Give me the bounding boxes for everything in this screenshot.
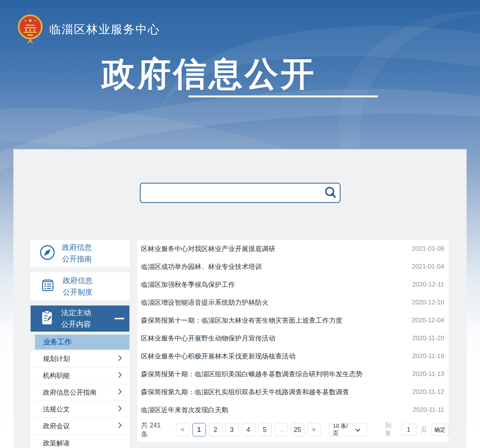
news-title: 森保简报第十期：临淄区组织美国白蛾越冬基数调查综合研判明年发生态势 — [141, 370, 363, 379]
news-row[interactable]: 森保简报第九期：临淄区扎实组织双条杉天牛线路调查和越冬基数调查 2020-11-… — [137, 383, 449, 401]
news-date: 2021-01-04 — [412, 263, 444, 270]
active-item-label: 业务工作 — [43, 337, 72, 347]
submenu-item-info-guide[interactable]: 政府信息公开指南 — [31, 384, 129, 401]
news-title: 临淄区增设智能语音提示系统助力护林防火 — [141, 298, 269, 307]
page-button-1[interactable]: 1 — [192, 423, 206, 436]
news-date: 2020-12-10 — [412, 299, 444, 306]
svg-text:★: ★ — [34, 19, 36, 22]
chevron-down-icon — [355, 427, 360, 433]
total-count: 共 241 条 — [141, 421, 169, 439]
news-date: 2020-11-18 — [412, 353, 444, 360]
search-icon — [323, 185, 337, 201]
title-underline — [188, 95, 378, 97]
chevron-right-icon — [118, 355, 122, 363]
news-row[interactable]: 森保简报第十期：临淄区组织美国白蛾越冬基数调查综合研判明年发生态势 2020-1… — [137, 365, 449, 383]
compass-icon — [39, 244, 56, 263]
goto-suffix-label: 页 — [421, 426, 427, 434]
news-row[interactable]: 临淄区成功举办园林、林业专业技术培训 2021-01-04 — [137, 258, 449, 276]
news-row[interactable]: 临淄区近年来首次发现白天鹅 2020-11-11 — [137, 401, 449, 419]
sidebar: 政府信息 公开指南 政府信息 公开制度 — [31, 240, 129, 448]
page-size-select[interactable]: 10 条/页 — [329, 423, 367, 436]
site-brand: ★ ★ ★ 临淄区林业服务中心 — [16, 13, 160, 46]
news-date: 2020-11-20 — [412, 335, 444, 342]
svg-text:★: ★ — [24, 19, 26, 22]
next-page-button[interactable]: > — [307, 423, 321, 436]
chevron-right-icon — [118, 405, 122, 413]
news-row[interactable]: 区林业服务中心积极开展林木采伐更新现场核查活动 2020-11-18 — [137, 347, 449, 365]
news-row[interactable]: 森保简报第十一期：临淄区加大林业有害生物灾害面上巡查工作力度 2020-12-0… — [137, 311, 449, 329]
news-row[interactable]: 临淄区增设智能语音提示系统助力护林防火 2020-12-10 — [137, 294, 449, 311]
news-title: 区林业服务中心对我区林业产业开展摸底调研 — [141, 244, 275, 253]
page-button-5[interactable]: 5 — [258, 423, 272, 436]
submenu-item-regulations[interactable]: 法规公文 — [31, 401, 129, 418]
news-title: 临淄区加强秋冬季候鸟保护工作 — [141, 280, 235, 289]
news-title: 区林业服务中心开展野生动物保护月宣传活动 — [141, 334, 275, 343]
search-button[interactable] — [320, 184, 340, 202]
goto-prefix-label: 到第 — [385, 422, 396, 438]
submenu-item-planning[interactable]: 规划计划 — [31, 351, 129, 367]
news-title: 森保简报第九期：临淄区扎实组织双条杉天牛线路调查和越冬基数调查 — [141, 388, 349, 397]
chevron-right-icon — [118, 388, 122, 397]
more-pages-button[interactable]: ... — [274, 423, 288, 436]
page-header: ★ ★ ★ 临淄区林业服务中心 政府信息公开 — [0, 0, 480, 149]
page-button-4[interactable]: 4 — [242, 423, 255, 436]
news-date: 2021-01-08 — [412, 245, 444, 253]
news-title: 临淄区近年来首次发现白天鹅 — [141, 405, 228, 414]
news-title: 森保简报第十一期：临淄区加大林业有害生物灾害面上巡查工作力度 — [141, 316, 342, 325]
sidebar-item-gov-info-system[interactable]: 政府信息 公开制度 — [31, 272, 129, 300]
search-input[interactable] — [141, 184, 320, 202]
clipboard-pencil-icon — [39, 309, 55, 328]
news-list: 区林业服务中心对我区林业产业开展摸底调研 2021-01-08 临淄区成功举办园… — [137, 240, 449, 442]
site-name: 临淄区林业服务中心 — [49, 22, 160, 37]
page-button-25[interactable]: 25 — [291, 423, 304, 436]
page-button-3[interactable]: 3 — [225, 423, 239, 436]
page-title: 政府信息公开 — [101, 51, 316, 97]
news-title: 区林业服务中心积极开展林木采伐更新现场核查活动 — [141, 352, 295, 361]
chevron-right-icon — [118, 372, 122, 380]
chevron-right-icon — [118, 422, 122, 430]
svg-text:★: ★ — [28, 17, 32, 24]
goto-page-input[interactable] — [401, 424, 417, 436]
sidebar-item-statutory-disclosure[interactable]: 法定主动 公开内容 — [31, 306, 129, 332]
sidebar-item-label: 政府信息 公开指南 — [62, 242, 92, 265]
sidebar-item-gov-info-guide[interactable]: 政府信息 公开指南 — [31, 240, 129, 267]
news-date: 2020-12-04 — [412, 317, 444, 324]
document-icon — [39, 277, 57, 296]
news-title: 临淄区成功举办园林、林业专业技术培训 — [141, 262, 262, 271]
sidebar-submenu: 规划计划 机构职能 政府信息公开指南 法规公文 政府会议 政策解读 — [31, 351, 129, 448]
news-row[interactable]: 临淄区加强秋冬季候鸟保护工作 2020-12-11 — [137, 276, 449, 294]
sidebar-item-business-work-active[interactable]: 业务工作 — [35, 335, 129, 350]
submenu-item-functions[interactable]: 机构职能 — [31, 367, 129, 384]
national-emblem-icon: ★ ★ ★ — [16, 13, 44, 46]
pagination: 共 241 条 < 1 2 3 4 5 ... 25 > 10 条/页 到第 页… — [137, 423, 449, 437]
confirm-button[interactable]: 确定 — [432, 424, 449, 436]
submenu-item-meetings[interactable]: 政府会议 — [31, 418, 129, 435]
news-date: 2020-11-13 — [412, 370, 444, 378]
goto-page-group: 到第 页 确定 — [385, 422, 449, 438]
minus-icon — [114, 318, 124, 319]
submenu-item-policy-interpretation[interactable]: 政策解读 — [31, 435, 129, 448]
sidebar-item-label: 政府信息 公开制度 — [63, 275, 92, 298]
news-date: 2020-11-11 — [413, 406, 444, 414]
page-button-2[interactable]: 2 — [209, 423, 222, 436]
news-row[interactable]: 区林业服务中心对我区林业产业开展摸底调研 2021-01-08 — [137, 240, 449, 258]
search-box — [140, 183, 341, 203]
news-date: 2020-11-12 — [412, 388, 444, 396]
sidebar-item-label: 法定主动 公开内容 — [61, 307, 91, 330]
news-row[interactable]: 区林业服务中心开展野生动物保护月宣传活动 2020-11-20 — [137, 329, 449, 347]
prev-page-button[interactable]: < — [176, 423, 189, 436]
news-date: 2020-12-11 — [412, 281, 444, 288]
content-panel: 政府信息 公开指南 政府信息 公开制度 — [13, 149, 467, 448]
